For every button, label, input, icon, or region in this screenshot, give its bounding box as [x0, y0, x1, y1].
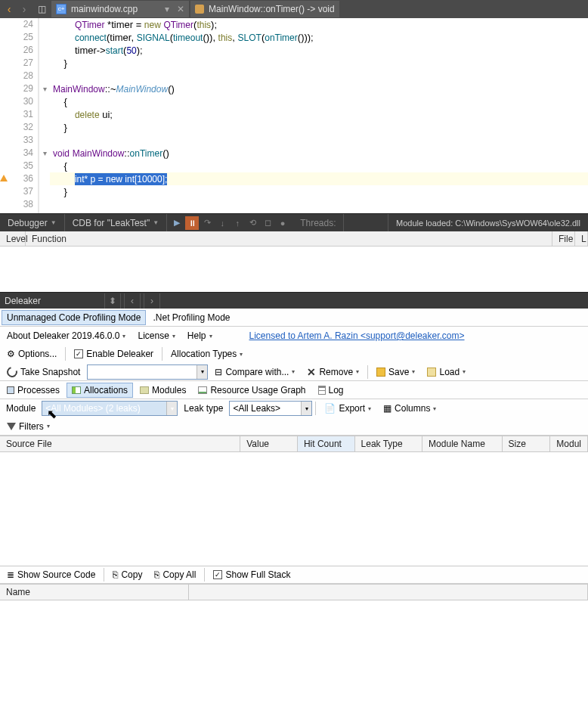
record-icon[interactable]: ● [276, 216, 289, 230]
tab-log[interactable]: Log [313, 383, 349, 398]
enable-deleaker-checkbox[interactable]: ✓Enable Deleaker [69, 346, 159, 361]
debug-status: Module loaded: C:\Windows\SysWOW64\ole32… [388, 214, 588, 231]
code-area[interactable]: QTimer *timer = new QTimer(this); connec… [50, 18, 588, 213]
tab-graph[interactable]: Resource Usage Graph [193, 383, 311, 398]
step-into-icon[interactable]: ↓ [215, 216, 229, 230]
alloc-types-button[interactable]: Allocation Types▾ [166, 346, 248, 361]
continue-icon[interactable]: ▶ [170, 216, 184, 230]
copy-all-button[interactable]: ⎘Copy All [149, 567, 201, 582]
stack-pane-body [0, 247, 588, 292]
debugger-toolbar: Debugger▼ CDB for "LeakTest"▼ ▶ ⏸ ↷ ↓ ↑ … [0, 213, 588, 231]
breadcrumb-tab[interactable]: MainWindow::onTimer() -> void [190, 1, 339, 17]
save-icon [376, 368, 385, 377]
tab-processes[interactable]: Processes [2, 383, 65, 398]
licensed-link[interactable]: Licensed to Artem A. Razin <support@dele… [249, 330, 465, 341]
copy-all-icon: ⎘ [154, 569, 159, 580]
process-icon [7, 386, 14, 394]
alloc-grid-body[interactable] [0, 452, 588, 566]
file-tab-label: mainwindow.cpp [71, 4, 138, 14]
code-editor[interactable]: 242526272829303132333435363738 ▾▾ QTimer… [0, 18, 588, 213]
col-module-name[interactable]: Module Name [422, 436, 502, 451]
stack-grid-header: Name [0, 584, 588, 600]
info-bar: About Deleaker 2019.46.0.0▾ License▾ Hel… [0, 327, 588, 345]
take-snapshot-button[interactable]: Take Snapshot [2, 364, 85, 380]
editor-tab-bar: ‹ › ◫ c+ mainwindow.cpp ▾ ✕ MainWindow::… [0, 0, 588, 18]
debugger-label[interactable]: Debugger▼ [0, 214, 65, 231]
help-button[interactable]: Help▾ [182, 328, 218, 343]
debug-icons: ▶ ⏸ ↷ ↓ ↑ ⟲ ◻ ● [167, 216, 292, 230]
nav-fwd2-icon[interactable]: › [144, 293, 160, 309]
stop-icon[interactable]: ◻ [261, 216, 274, 230]
chevron-down-icon[interactable]: ▾ [165, 4, 169, 14]
tab-modules[interactable]: Modules [135, 383, 191, 398]
compare-button[interactable]: ⊟Compare with...▾ [209, 364, 300, 380]
col-level[interactable]: Level [0, 231, 26, 246]
module-icon [140, 386, 149, 394]
alloc-grid-header: Source File Value Hit Count Leak Type Mo… [0, 436, 588, 452]
columns-icon: ▦ [383, 403, 391, 414]
fold-column: ▾▾ [39, 18, 50, 213]
profiling-mode-bar: Unmanaged Code Profiling Mode .Net Profi… [0, 309, 588, 327]
line-number-gutter: 242526272829303132333435363738 [0, 18, 39, 213]
load-button[interactable]: Load▾ [422, 364, 471, 380]
nav-fwd-icon[interactable]: › [17, 2, 32, 17]
options-button[interactable]: ⚙Options... [2, 346, 62, 361]
bottom-toolbar: ≣Show Source Code ⎘Copy ⎘Copy All ✓Show … [0, 566, 588, 584]
col-file[interactable]: File [552, 231, 575, 246]
cpp-file-icon: c+ [56, 4, 67, 14]
file-tab[interactable]: c+ mainwindow.cpp ▾ ✕ [51, 1, 189, 17]
col-module[interactable]: Modul [550, 436, 588, 451]
col-line[interactable]: L [575, 231, 588, 246]
copy-button[interactable]: ⎘Copy [107, 567, 147, 582]
compare-icon: ⊟ [215, 367, 222, 377]
alloc-icon [72, 386, 81, 394]
col-size[interactable]: Size [503, 436, 551, 451]
leaktype-label: Leak type [179, 403, 227, 414]
col-hit-count[interactable]: Hit Count [298, 436, 355, 451]
pause-icon[interactable]: ⏸ [185, 216, 199, 230]
tab-allocations[interactable]: Allocations [67, 383, 133, 398]
leaktype-combo[interactable]: <All Leaks>▾ [229, 401, 312, 416]
full-stack-checkbox[interactable]: ✓Show Full Stack [208, 567, 296, 582]
gear-icon: ⚙ [7, 349, 15, 359]
filter-icon [7, 423, 16, 430]
snapshot-combo[interactable]: ▾ [87, 364, 208, 380]
threads-label[interactable]: Threads: [292, 214, 344, 231]
deleaker-title: Deleaker [5, 296, 41, 306]
view-tabs: Processes Allocations Modules Resource U… [0, 381, 588, 399]
col-value[interactable]: Value [240, 436, 298, 451]
show-source-button[interactable]: ≣Show Source Code [2, 567, 101, 582]
step-out-icon[interactable]: ↑ [231, 216, 244, 230]
col-leak-type[interactable]: Leak Type [355, 436, 423, 451]
remove-button[interactable]: ✕Remove▾ [302, 364, 364, 380]
snapshot-bar: Take Snapshot ▾ ⊟Compare with...▾ ✕Remov… [0, 363, 588, 381]
license-button[interactable]: License▾ [132, 328, 180, 343]
save-button[interactable]: Save▾ [371, 364, 420, 380]
step-over-icon[interactable]: ↷ [200, 216, 214, 230]
nav-back2-icon[interactable]: ‹ [124, 293, 141, 309]
deleaker-title-bar: Deleaker ⬍ ‹ › [0, 292, 588, 309]
graph-icon [198, 386, 207, 394]
module-combo[interactable]: <All Modules> (2 leaks)▾ [42, 401, 178, 416]
unmanaged-mode-tab[interactable]: Unmanaged Code Profiling Mode [2, 310, 146, 325]
module-label: Module [2, 403, 40, 414]
filters-button[interactable]: Filters▾ [2, 419, 55, 434]
columns-button[interactable]: ▦Columns▾ [378, 401, 441, 416]
col-empty[interactable] [189, 585, 588, 600]
export-icon: 📄 [324, 403, 336, 414]
col-function[interactable]: Function [26, 231, 552, 246]
close-tab-icon[interactable]: ✕ [177, 4, 184, 14]
col-source-file[interactable]: Source File [0, 436, 240, 451]
restart-icon[interactable]: ⟲ [246, 216, 259, 230]
about-button[interactable]: About Deleaker 2019.46.0.0▾ [2, 328, 131, 343]
split-icon[interactable]: ◫ [35, 2, 48, 16]
export-button[interactable]: 📄Export▾ [319, 401, 376, 416]
col-name[interactable]: Name [0, 585, 189, 600]
debug-config[interactable]: CDB for "LeakTest"▼ [65, 214, 167, 231]
function-icon [195, 5, 204, 14]
dotnet-mode-tab[interactable]: .Net Profiling Mode [147, 310, 235, 325]
pin-icon[interactable]: ⬍ [104, 293, 121, 309]
stack-grid-body[interactable] [0, 600, 588, 701]
nav-back-icon[interactable]: ‹ [2, 2, 17, 17]
filter-bar: Module <All Modules> (2 leaks)▾ Leak typ… [0, 399, 588, 417]
